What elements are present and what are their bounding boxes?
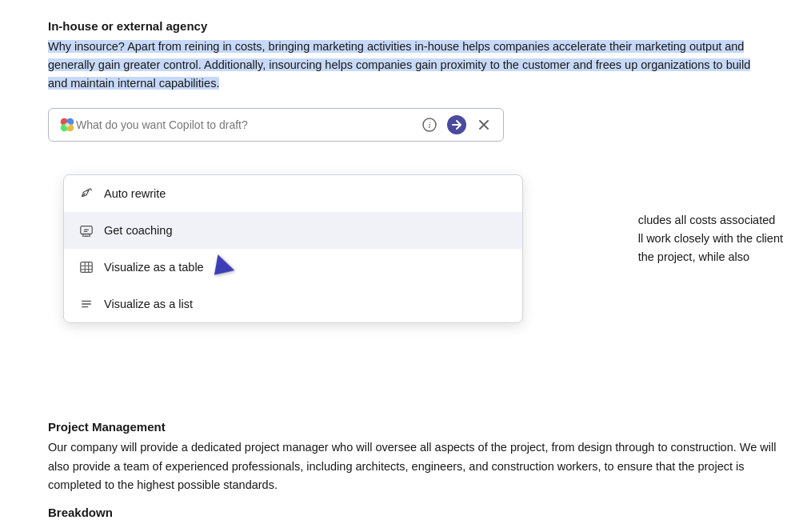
coaching-icon xyxy=(78,222,94,238)
menu-item-visualize-list-label: Visualize as a list xyxy=(104,298,193,310)
copilot-dropdown: Auto rewrite Get coaching xyxy=(63,174,523,323)
section-inhouse: In-house or external agency Why insource… xyxy=(48,19,751,94)
svg-text:i: i xyxy=(428,120,430,130)
table-icon xyxy=(78,259,94,275)
menu-item-visualize-table-label: Visualize as a table xyxy=(104,261,204,274)
copilot-bar[interactable]: i xyxy=(48,108,504,142)
bottom-sections: Project Management Our company will prov… xyxy=(48,420,783,532)
page-content: In-house or external agency Why insource… xyxy=(0,0,799,161)
section-inhouse-title: In-house or external agency xyxy=(48,19,751,33)
copilot-logo xyxy=(58,116,76,134)
close-icon xyxy=(478,119,489,130)
section-inhouse-body: Why insource? Apart from reining in cost… xyxy=(48,38,751,94)
menu-item-visualize-table[interactable]: Visualize as a table xyxy=(64,249,522,286)
auto-rewrite-icon xyxy=(78,186,94,202)
cursor-pointer xyxy=(214,254,237,278)
svg-point-4 xyxy=(65,122,70,127)
close-button[interactable] xyxy=(474,115,493,134)
info-button[interactable]: i xyxy=(420,115,439,134)
menu-item-auto-rewrite[interactable]: Auto rewrite xyxy=(64,175,522,212)
partial-text-right: cludes all costs associated ll work clos… xyxy=(638,211,783,267)
project-management-body: Our company will provide a dedicated pro… xyxy=(48,438,783,494)
info-icon: i xyxy=(422,118,437,132)
menu-item-get-coaching[interactable]: Get coaching xyxy=(64,212,522,249)
send-icon xyxy=(451,119,462,130)
copilot-bar-icons: i xyxy=(420,115,493,134)
list-icon xyxy=(78,296,94,312)
highlighted-paragraph: Why insource? Apart from reining in cost… xyxy=(48,40,750,90)
svg-rect-8 xyxy=(81,262,92,273)
menu-item-visualize-list[interactable]: Visualize as a list xyxy=(64,286,522,322)
copilot-input[interactable] xyxy=(76,118,420,131)
project-management-title: Project Management xyxy=(48,420,783,434)
send-button[interactable] xyxy=(447,115,466,134)
menu-item-auto-rewrite-label: Auto rewrite xyxy=(104,187,166,200)
breakdown-title: Breakdown xyxy=(48,506,783,519)
menu-item-get-coaching-label: Get coaching xyxy=(104,224,172,237)
